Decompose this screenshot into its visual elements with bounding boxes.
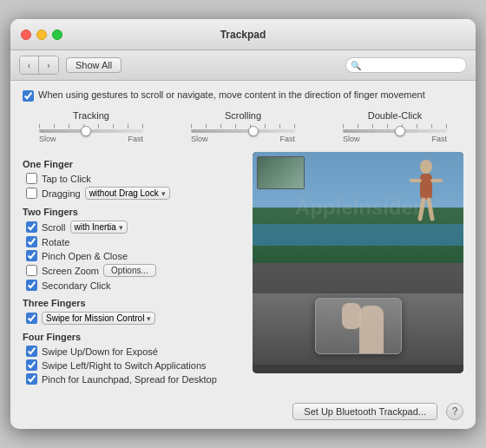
back-button[interactable]: ‹ xyxy=(20,56,39,74)
swipe-mission-dropdown[interactable]: Swipe for Mission Control xyxy=(42,312,155,325)
gesture-notice-text: When using gestures to scroll or navigat… xyxy=(38,89,425,100)
scroll-dropdown[interactable]: with Inertia xyxy=(70,221,128,234)
tap-to-click-row: Tap to Click xyxy=(23,173,244,184)
svg-point-0 xyxy=(420,160,432,174)
preview-background: AppleInsider xyxy=(253,152,463,263)
trackpad xyxy=(315,298,402,354)
pinch-label: Pinch Open & Close xyxy=(42,251,128,261)
secondary-click-checkbox[interactable] xyxy=(26,280,37,291)
scrolling-thumb[interactable] xyxy=(248,126,259,136)
doubleclick-slider-group: Double-Click Slow Fast xyxy=(330,110,460,143)
tick-marks-2 xyxy=(191,124,295,128)
svg-line-4 xyxy=(420,200,424,219)
swipe-apps-label: Swipe Left/Right to Switch Applications xyxy=(42,360,207,371)
secondary-click-row: Secondary Click xyxy=(23,280,244,291)
dragging-label: Dragging xyxy=(42,188,81,199)
gesture-notice: When using gestures to scroll or navigat… xyxy=(23,89,463,102)
finger-2 xyxy=(359,306,384,353)
doubleclick-label: Double-Click xyxy=(368,110,422,121)
scroll-label: Scroll xyxy=(42,222,66,233)
preview-top: AppleInsider xyxy=(253,152,463,263)
titlebar: Trackpad xyxy=(10,19,476,50)
tracking-slider-labels: Slow Fast xyxy=(39,135,143,143)
swipe-expose-checkbox[interactable] xyxy=(26,346,37,357)
minimize-button[interactable] xyxy=(36,30,47,40)
options-panel: One Finger Tap to Click Dragging without… xyxy=(23,152,244,387)
svg-line-5 xyxy=(429,200,432,219)
tick-marks xyxy=(39,124,143,128)
two-fingers-title: Two Fingers xyxy=(23,207,244,217)
mini-screen-content xyxy=(258,157,304,188)
swipe-expose-row: Swipe Up/Down for Exposé xyxy=(23,346,244,357)
screen-zoom-options-button[interactable]: Options... xyxy=(103,264,156,277)
tracking-thumb[interactable] xyxy=(81,126,91,136)
preview-bottom xyxy=(253,263,463,374)
scrolling-slider-labels: Slow Fast xyxy=(191,135,295,143)
nav-buttons: ‹ › xyxy=(19,56,59,75)
scroll-row: Scroll with Inertia xyxy=(23,221,244,234)
pinch-launchpad-row: Pinch for Launchpad, Spread for Desktop xyxy=(23,373,244,385)
main-area: One Finger Tap to Click Dragging without… xyxy=(23,152,463,387)
forward-button[interactable]: › xyxy=(39,56,58,74)
doubleclick-slider-labels: Slow Fast xyxy=(343,135,447,143)
toolbar: ‹ › Show All xyxy=(10,50,476,81)
svg-rect-1 xyxy=(420,174,432,200)
swipe-mission-checkbox[interactable] xyxy=(26,313,37,324)
sliders-row: Tracking Slow Fast Scrolling xyxy=(23,110,463,143)
swipe-expose-label: Swipe Up/Down for Exposé xyxy=(42,346,158,357)
diver-icon xyxy=(403,156,450,234)
pinch-launchpad-checkbox[interactable] xyxy=(26,373,37,385)
content: When using gestures to scroll or navigat… xyxy=(10,81,476,396)
scrolling-label: Scrolling xyxy=(225,110,261,121)
dragging-dropdown[interactable]: without Drag Lock xyxy=(85,187,170,200)
screen-zoom-label: Screen Zoom xyxy=(42,266,99,276)
dragging-checkbox[interactable] xyxy=(26,188,37,199)
traffic-lights xyxy=(10,30,62,40)
swipe-mission-row: Swipe for Mission Control xyxy=(23,312,244,325)
search-input[interactable] xyxy=(345,57,467,73)
swipe-apps-checkbox[interactable] xyxy=(26,359,37,371)
show-all-button[interactable]: Show All xyxy=(66,57,122,73)
tap-to-click-label: Tap to Click xyxy=(42,174,91,184)
trackpad-area xyxy=(253,263,463,366)
four-fingers-title: Four Fingers xyxy=(23,332,244,342)
window-title: Trackpad xyxy=(220,29,266,41)
doubleclick-track[interactable] xyxy=(343,129,447,133)
tracking-slider-group: Tracking Slow Fast xyxy=(26,110,156,143)
pinch-checkbox[interactable] xyxy=(26,250,37,261)
scrolling-track[interactable] xyxy=(191,129,295,133)
one-finger-title: One Finger xyxy=(23,159,244,169)
rotate-row: Rotate xyxy=(23,236,244,247)
screen-zoom-checkbox[interactable] xyxy=(26,265,37,276)
pinch-row: Pinch Open & Close xyxy=(23,250,244,261)
screen-zoom-row: Screen Zoom Options... xyxy=(23,264,244,277)
doubleclick-thumb[interactable] xyxy=(395,126,405,136)
three-fingers-title: Three Fingers xyxy=(23,298,244,308)
rotate-label: Rotate xyxy=(42,237,69,247)
bottom-bar: Set Up Bluetooth Trackpad... ? xyxy=(10,396,476,429)
secondary-click-label: Secondary Click xyxy=(42,280,110,291)
tracking-label: Tracking xyxy=(73,110,109,121)
swipe-apps-row: Swipe Left/Right to Switch Applications xyxy=(23,359,244,371)
pinch-launchpad-label: Pinch for Launchpad, Spread for Desktop xyxy=(42,374,217,385)
help-button[interactable]: ? xyxy=(446,403,463,420)
maximize-button[interactable] xyxy=(52,30,62,40)
scrolling-slider-group: Scrolling Slow Fast xyxy=(178,110,308,143)
scroll-checkbox[interactable] xyxy=(26,221,37,233)
bluetooth-trackpad-button[interactable]: Set Up Bluetooth Trackpad... xyxy=(292,403,437,420)
mini-screen xyxy=(257,156,305,189)
close-button[interactable] xyxy=(21,30,31,40)
search-wrapper xyxy=(345,57,467,73)
window: Trackpad ‹ › Show All When using gesture… xyxy=(10,19,476,429)
gesture-notice-checkbox[interactable] xyxy=(23,90,34,102)
dragging-row: Dragging without Drag Lock xyxy=(23,187,244,200)
tap-to-click-checkbox[interactable] xyxy=(26,173,37,184)
preview-panel: AppleInsider xyxy=(253,152,463,373)
rotate-checkbox[interactable] xyxy=(26,236,37,247)
finger-1 xyxy=(342,303,361,329)
tracking-track[interactable] xyxy=(39,129,143,133)
